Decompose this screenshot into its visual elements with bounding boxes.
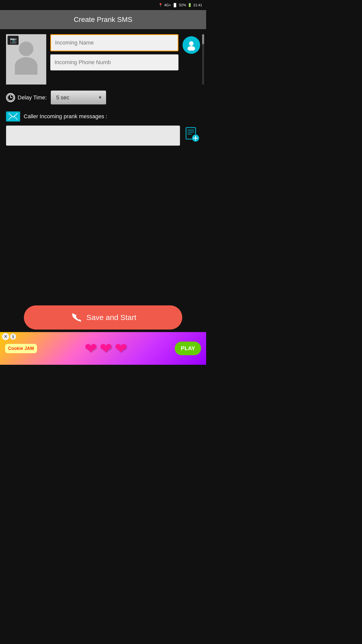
delay-select[interactable]: 5 sec 10 sec 15 sec 30 sec 1 min: [51, 91, 106, 104]
signal-bars-icon: ▐▌: [172, 3, 177, 7]
incoming-phone-input[interactable]: [50, 54, 178, 70]
svg-line-5: [9, 94, 9, 95]
avatar-head: [19, 42, 33, 56]
ad-brand-name: Cookie JAM: [8, 346, 34, 351]
ad-close-button[interactable]: ✕: [2, 333, 9, 340]
status-bar: 📍 4G+ ▐▌ 52% 🔋 21:41: [0, 0, 206, 10]
prank-messages-label: Caller Incoming prank messages :: [24, 113, 107, 120]
clock-svg: [7, 94, 14, 101]
delay-section: Delay Time: 5 sec 10 sec 15 sec 30 sec 1…: [6, 91, 200, 104]
network-type: 4G+: [164, 3, 171, 7]
top-section: 📷: [6, 34, 200, 85]
heart-icon-1: ❤: [84, 340, 97, 357]
envelope-icon: [6, 111, 20, 122]
save-start-button[interactable]: Save and Start: [24, 305, 182, 330]
time-display: 21:41: [193, 3, 202, 7]
ad-play-button[interactable]: PLAY: [175, 342, 201, 355]
prank-section: Caller Incoming prank messages :: [6, 111, 200, 146]
page-title: Create Prank SMS: [74, 16, 132, 23]
envelope-svg: [9, 113, 18, 120]
message-row: [6, 126, 200, 146]
avatar-silhouette: [15, 42, 37, 77]
location-icon: 📍: [158, 3, 163, 7]
ad-info-button[interactable]: ℹ: [10, 334, 16, 340]
incoming-name-input[interactable]: [50, 34, 178, 51]
clock-icon: [6, 93, 15, 102]
prank-header: Caller Incoming prank messages :: [6, 111, 200, 122]
app-header: Create Prank SMS: [0, 10, 206, 29]
ad-banner[interactable]: Cookie JAM ❤ ❤ ❤ PLAY: [0, 332, 206, 365]
status-icons: 📍 4G+ ▐▌ 52% 🔋 21:41: [158, 3, 202, 7]
app-container: 📍 4G+ ▐▌ 52% 🔋 21:41 Create Prank SMS 📷: [0, 0, 206, 365]
main-content: 📷: [0, 29, 206, 156]
delay-select-wrapper: 5 sec 10 sec 15 sec 30 sec 1 min: [51, 91, 106, 104]
inputs-column: [50, 34, 178, 70]
scrollbar-thumb[interactable]: [202, 34, 204, 44]
camera-icon-overlay: 📷: [8, 36, 19, 45]
add-template-button[interactable]: [183, 126, 200, 143]
camera-icon: 📷: [10, 37, 17, 44]
ad-brand-logo: Cookie JAM: [5, 344, 37, 353]
heart-icon-3: ❤: [115, 340, 127, 357]
delay-label-group: Delay Time:: [6, 93, 47, 102]
avatar-body: [15, 57, 37, 75]
phone-icon: [70, 312, 81, 323]
svg-line-6: [12, 94, 13, 95]
battery-icon: 🔋: [188, 3, 192, 7]
svg-point-1: [188, 46, 195, 51]
ad-hearts: ❤ ❤ ❤: [84, 340, 127, 357]
save-start-label: Save and Start: [86, 313, 136, 322]
scrollbar-track: [202, 34, 204, 85]
contact-icon: [186, 39, 197, 51]
heart-icon-2: ❤: [100, 340, 112, 357]
battery-percent: 52%: [179, 3, 186, 7]
contact-pick-button[interactable]: [183, 36, 200, 54]
svg-point-0: [189, 41, 194, 46]
avatar-container[interactable]: 📷: [6, 34, 46, 85]
prank-message-input[interactable]: [6, 126, 180, 146]
delay-label: Delay Time:: [18, 94, 47, 101]
add-template-svg: [184, 127, 199, 142]
